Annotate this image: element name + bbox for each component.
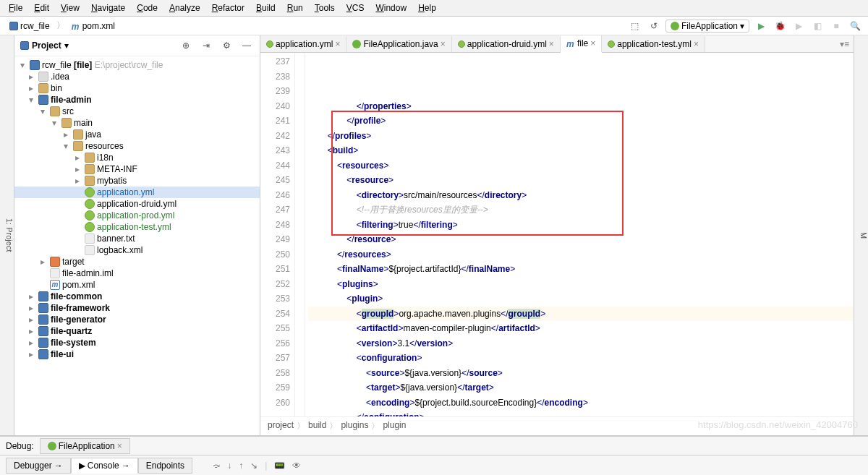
- menu-help[interactable]: Help: [412, 1, 442, 14]
- gear-icon[interactable]: ⚙: [219, 38, 234, 53]
- scroll-from-source-icon[interactable]: ⊕: [179, 38, 193, 53]
- watch-icon[interactable]: 👁: [292, 461, 301, 471]
- search-icon[interactable]: 🔍: [848, 19, 862, 33]
- debug-panel-tab[interactable]: Debugger →: [6, 458, 71, 474]
- code-editor[interactable]: </properties> </profile> </profiles> <bu…: [305, 53, 854, 416]
- tree-node[interactable]: ▸ mybatis: [14, 175, 260, 187]
- run-config-selector[interactable]: FileApplication ▾: [665, 20, 749, 33]
- code-line[interactable]: </resources>: [308, 247, 854, 262]
- code-line[interactable]: <groupId>org.apache.maven.plugins</group…: [308, 307, 854, 322]
- editor-tab[interactable]: application.yml×: [260, 36, 346, 52]
- editor-tab[interactable]: mfile×: [561, 35, 602, 53]
- right-tool-stripe[interactable]: M: [854, 35, 868, 435]
- watermark: https://blog.csdn.net/weixin_42004760: [698, 419, 858, 430]
- menu-file[interactable]: File: [3, 1, 28, 14]
- tree-node[interactable]: ▾ file-admin: [14, 94, 260, 106]
- menu-navigate[interactable]: Navigate: [85, 1, 131, 14]
- tree-node[interactable]: banner.txt: [14, 233, 260, 244]
- stop-button[interactable]: ■: [829, 19, 843, 33]
- editor-crumb[interactable]: project: [268, 420, 294, 432]
- code-line[interactable]: <plugins>: [308, 277, 854, 292]
- tree-node[interactable]: application.yml: [14, 187, 260, 198]
- close-icon[interactable]: ×: [117, 441, 122, 451]
- code-line[interactable]: <artifactId>maven-compiler-plugin</artif…: [308, 321, 854, 336]
- debug-panel-tab[interactable]: Endpoints: [138, 458, 192, 474]
- debug-button[interactable]: 🐞: [773, 19, 787, 33]
- tree-node[interactable]: ▸ i18n: [14, 152, 260, 163]
- menu-tools[interactable]: Tools: [309, 1, 341, 14]
- step-into-icon[interactable]: ↓: [227, 461, 231, 471]
- editor-tab[interactable]: application-test.yml×: [602, 36, 705, 52]
- run-button[interactable]: ▶: [754, 19, 768, 33]
- menu-window[interactable]: Window: [370, 1, 412, 14]
- tab-list-icon[interactable]: ▾≡: [840, 39, 849, 49]
- tree-node[interactable]: ▾ rcw_file [file] E:\project\rcw_file: [14, 59, 260, 71]
- close-icon[interactable]: ×: [549, 39, 554, 49]
- menu-build[interactable]: Build: [250, 1, 281, 14]
- tree-node[interactable]: application-druid.yml: [14, 198, 260, 210]
- menu-view[interactable]: View: [55, 1, 85, 14]
- tree-node[interactable]: ▸ file-system: [14, 337, 260, 348]
- menu-run[interactable]: Run: [281, 1, 309, 14]
- profile-button[interactable]: ◧: [810, 19, 825, 33]
- breadcrumb-item[interactable]: rcw_file: [6, 20, 54, 33]
- tree-node[interactable]: file-admin.iml: [14, 268, 260, 279]
- tree-node[interactable]: ▸ file-generator: [14, 314, 260, 325]
- tree-node[interactable]: ▾ resources: [14, 140, 260, 152]
- tree-node[interactable]: ▸ file-quartz: [14, 325, 260, 337]
- code-line[interactable]: </configuration>: [308, 410, 854, 416]
- tree-node[interactable]: application-prod.yml: [14, 210, 260, 221]
- tree-node[interactable]: ▸ java: [14, 129, 260, 140]
- code-line[interactable]: <source>${java.version}</source>: [308, 366, 854, 381]
- evaluate-icon[interactable]: 📟: [274, 461, 285, 471]
- tree-node[interactable]: application-test.yml: [14, 221, 260, 233]
- tree-node[interactable]: ▸ META-INF: [14, 163, 260, 175]
- tree-node[interactable]: ▸ bin: [14, 82, 260, 94]
- editor-tab[interactable]: application-druid.yml×: [452, 36, 561, 52]
- coverage-button[interactable]: ▶: [791, 19, 806, 33]
- build-icon[interactable]: ⬚: [628, 19, 642, 33]
- menu-analyze[interactable]: Analyze: [163, 1, 206, 14]
- tree-node[interactable]: ▸ file-framework: [14, 302, 260, 314]
- code-line[interactable]: <finalName>${project.artifactId}</finalN…: [308, 262, 854, 277]
- tree-node[interactable]: ▾ main: [14, 117, 260, 129]
- run-to-cursor-icon[interactable]: ↘: [250, 461, 258, 471]
- editor-tab[interactable]: FileApplication.java×: [346, 36, 451, 52]
- tree-node[interactable]: logback.xml: [14, 244, 260, 256]
- menu-refactor[interactable]: Refactor: [206, 1, 250, 14]
- fold-gutter[interactable]: [295, 53, 305, 416]
- hide-icon[interactable]: —: [239, 38, 254, 53]
- highlight-box: [331, 111, 624, 236]
- tree-node[interactable]: ▾ src: [14, 106, 260, 117]
- debug-panel-tab[interactable]: ▶ Console →: [71, 458, 138, 474]
- tree-node[interactable]: ▸ .idea: [14, 71, 260, 82]
- project-tree[interactable]: ▾ rcw_file [file] E:\project\rcw_file▸ .…: [14, 56, 260, 435]
- editor-crumb[interactable]: build: [308, 420, 326, 432]
- step-over-icon[interactable]: ⤼: [213, 461, 220, 471]
- breadcrumb-item[interactable]: mpom.xml: [68, 20, 119, 33]
- code-line[interactable]: <target>${java.version}</target>: [308, 380, 854, 395]
- code-line[interactable]: <version>3.1</version>: [308, 336, 854, 351]
- sync-icon[interactable]: ↺: [647, 19, 661, 33]
- left-tool-stripe[interactable]: 1: Project: [0, 35, 14, 435]
- editor-crumb[interactable]: plugin: [383, 420, 406, 432]
- close-icon[interactable]: ×: [590, 38, 595, 48]
- code-line[interactable]: <configuration>: [308, 351, 854, 366]
- close-icon[interactable]: ×: [694, 39, 699, 49]
- chevron-down-icon[interactable]: ▾: [64, 40, 69, 51]
- editor-crumb[interactable]: plugins: [341, 420, 368, 432]
- collapse-all-icon[interactable]: ⇥: [199, 38, 213, 53]
- close-icon[interactable]: ×: [441, 39, 446, 49]
- tree-node[interactable]: ▸ file-ui: [14, 348, 260, 360]
- close-icon[interactable]: ×: [335, 39, 340, 49]
- tree-node[interactable]: m pom.xml: [14, 279, 260, 291]
- menu-vcs[interactable]: VCS: [341, 1, 370, 14]
- menu-code[interactable]: Code: [131, 1, 163, 14]
- menu-edit[interactable]: Edit: [28, 1, 55, 14]
- step-out-icon[interactable]: ↑: [239, 461, 243, 471]
- debug-session-tab[interactable]: FileApplication ×: [40, 438, 130, 454]
- code-line[interactable]: <plugin>: [308, 291, 854, 307]
- code-line[interactable]: <encoding>${project.build.sourceEncoding…: [308, 395, 854, 411]
- tree-node[interactable]: ▸ file-common: [14, 291, 260, 302]
- tree-node[interactable]: ▸ target: [14, 256, 260, 268]
